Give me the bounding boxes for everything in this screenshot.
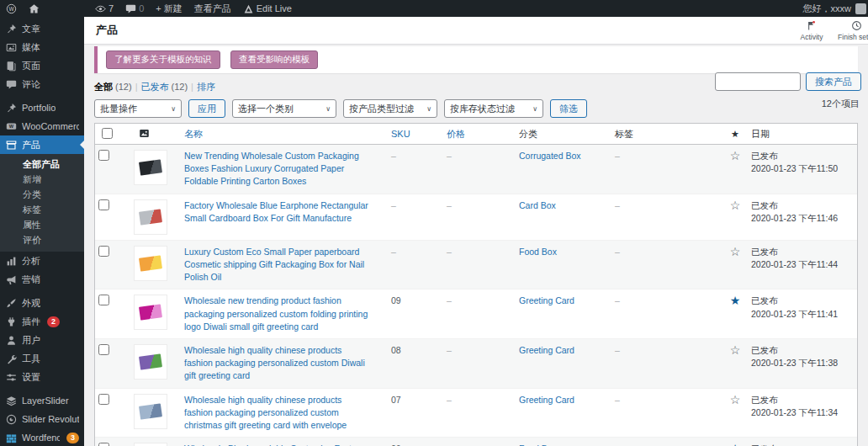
- sidebar-subitem-products[interactable]: 全部产品: [0, 157, 84, 172]
- sidebar-item-comments[interactable]: 评论: [0, 75, 84, 93]
- row-checkbox[interactable]: [98, 246, 109, 257]
- category-link[interactable]: Greeting Card: [519, 295, 574, 305]
- sidebar-item-media[interactable]: 媒体: [0, 38, 84, 56]
- new-content-menu[interactable]: + 新建: [150, 0, 188, 17]
- sidebar-item-products[interactable]: 产品: [0, 135, 84, 154]
- column-header-name[interactable]: 名称: [181, 128, 388, 141]
- row-checkbox[interactable]: [98, 150, 109, 161]
- row-checkbox[interactable]: [98, 199, 109, 210]
- sidebar-subitem-products[interactable]: 新增: [0, 172, 84, 187]
- avatar[interactable]: [855, 3, 866, 14]
- featured-star-toggle[interactable]: ☆: [726, 394, 744, 406]
- column-header-date: 日期: [748, 128, 857, 141]
- product-title-link[interactable]: Wholesale high quality chinese products …: [184, 344, 384, 383]
- product-title-link[interactable]: Wholesale Bio-degradable Customize Fast …: [184, 443, 384, 446]
- status-text: 已发布: [751, 443, 854, 446]
- product-thumbnail[interactable]: [134, 199, 167, 235]
- product-title-link[interactable]: New Trending Wholesale Custom Packaging …: [184, 150, 384, 188]
- product-thumbnail[interactable]: [134, 246, 167, 281]
- product-thumbnail[interactable]: [134, 150, 167, 185]
- sidebar-item-wordfence[interactable]: Wordfence3: [0, 428, 84, 446]
- search-input[interactable]: [715, 72, 801, 91]
- view-affected-templates-button[interactable]: 查看受影响的模板: [230, 50, 318, 69]
- row-checkbox[interactable]: [98, 295, 109, 305]
- date-text: 2020-01-23 下午11:41: [751, 308, 854, 321]
- bulk-action-select[interactable]: 批量操作∨: [94, 99, 182, 118]
- sidebar-item-slider-revolution[interactable]: Slider Revolution: [0, 410, 84, 428]
- sidebar-item-analytics[interactable]: 分析: [0, 252, 84, 270]
- featured-star-toggle[interactable]: ☆: [726, 199, 744, 211]
- activity-button[interactable]: Activity: [791, 17, 833, 44]
- column-header-price[interactable]: 价格: [443, 128, 516, 141]
- sidebar-subitem-products[interactable]: 评价: [0, 232, 84, 247]
- category-link[interactable]: Card Box: [519, 200, 556, 210]
- sidebar-item-portfolio[interactable]: Portfolio: [0, 98, 84, 117]
- edit-live-link[interactable]: Edit Live: [237, 0, 298, 17]
- category-link[interactable]: Corrugated Box: [519, 151, 581, 161]
- product-title-link[interactable]: Wholesale high quality chinese products …: [184, 394, 384, 433]
- sidebar-item-plugins[interactable]: 插件2: [0, 312, 84, 331]
- sidebar-item-users[interactable]: 用户: [0, 331, 84, 349]
- product-image: [139, 209, 162, 225]
- admin-bar: W 7 0 + 新建 查看产品 Edit Live 您好，xxxw: [0, 0, 868, 17]
- search-products-button[interactable]: 搜索产品: [806, 72, 861, 91]
- product-thumbnail[interactable]: [134, 443, 167, 446]
- site-home-link[interactable]: [23, 0, 45, 17]
- finish-setup-button[interactable]: Finish setup: [833, 17, 868, 44]
- product-thumbnail[interactable]: [134, 295, 167, 330]
- status-text: 已发布: [751, 246, 854, 258]
- sku-cell: –: [388, 246, 443, 258]
- column-header-sku[interactable]: SKU: [388, 129, 443, 139]
- featured-star-toggle[interactable]: ☆: [726, 344, 744, 356]
- views-counter[interactable]: 7: [89, 0, 119, 17]
- category-filter-select[interactable]: 选择一个类别∨: [232, 99, 336, 118]
- product-type-filter-select[interactable]: 按产品类型过滤∨: [343, 99, 437, 118]
- table-row: Wholesale high quality chinese products …: [95, 338, 857, 388]
- row-checkbox[interactable]: [98, 443, 109, 446]
- sidebar-item-label: Wordfence: [22, 433, 60, 443]
- view-filter-link[interactable]: 全部 (12): [94, 82, 132, 92]
- products-box-icon: [5, 139, 17, 151]
- featured-star-toggle[interactable]: ★: [726, 443, 744, 446]
- sidebar-item-woocommerce[interactable]: WWooCommerce: [0, 117, 84, 135]
- learn-more-templates-button[interactable]: 了解更多关于模板的知识: [106, 50, 220, 69]
- row-checkbox[interactable]: [98, 344, 109, 355]
- category-link[interactable]: Greeting Card: [519, 345, 574, 355]
- category-link[interactable]: Greeting Card: [519, 395, 574, 405]
- view-filter-link[interactable]: 排序: [197, 82, 215, 92]
- sidebar-item-label: 评论: [22, 79, 40, 90]
- category-link[interactable]: Food Box: [519, 247, 557, 257]
- product-thumbnail[interactable]: [134, 394, 167, 429]
- sidebar-item-layerslider[interactable]: LayerSlider: [0, 391, 84, 410]
- sidebar-subitem-products[interactable]: 属性: [0, 217, 84, 232]
- stock-status-filter-select[interactable]: 按库存状态过滤∨: [444, 99, 543, 118]
- product-thumbnail[interactable]: [134, 344, 167, 380]
- wordpress-logo-icon: W: [6, 3, 17, 14]
- product-title-link[interactable]: Luxury Custom Eco Small Paper paperboard…: [184, 246, 384, 284]
- sidebar-item-pages[interactable]: 页面: [0, 56, 84, 75]
- row-checkbox[interactable]: [98, 394, 109, 405]
- sidebar-item-tools[interactable]: 工具: [0, 349, 84, 368]
- sidebar-subitem-products[interactable]: 标签: [0, 202, 84, 217]
- clock-icon: [851, 20, 863, 32]
- filter-button[interactable]: 筛选: [550, 99, 587, 118]
- sidebar-item-appearance[interactable]: 外观: [0, 294, 84, 312]
- apply-button[interactable]: 应用: [188, 99, 225, 118]
- sidebar-item-label: 插件: [22, 316, 40, 327]
- date-cell: 已发布2020-01-23 下午11:31: [748, 443, 857, 446]
- select-all-checkbox[interactable]: [102, 128, 113, 139]
- product-title-link[interactable]: Factory Wholesale Blue Earphone Rectangu…: [184, 199, 384, 225]
- view-filter-link[interactable]: 已发布 (12): [140, 82, 188, 92]
- product-title-link[interactable]: Wholesale new trending product fashion p…: [184, 295, 384, 333]
- featured-star-toggle[interactable]: ☆: [726, 246, 744, 258]
- featured-star-toggle[interactable]: ☆: [726, 150, 744, 162]
- sidebar-item-marketing[interactable]: 营销: [0, 270, 84, 289]
- comments-counter[interactable]: 0: [119, 0, 150, 17]
- sidebar-item-settings[interactable]: 设置: [0, 368, 84, 386]
- account-greeting[interactable]: 您好，xxxw: [803, 3, 851, 15]
- view-product-link[interactable]: 查看产品: [188, 0, 237, 17]
- sidebar-item-posts[interactable]: 文章: [0, 19, 84, 38]
- sidebar-subitem-products[interactable]: 分类: [0, 187, 84, 202]
- featured-star-toggle[interactable]: ★: [726, 295, 744, 306]
- wordpress-menu[interactable]: W: [0, 0, 23, 17]
